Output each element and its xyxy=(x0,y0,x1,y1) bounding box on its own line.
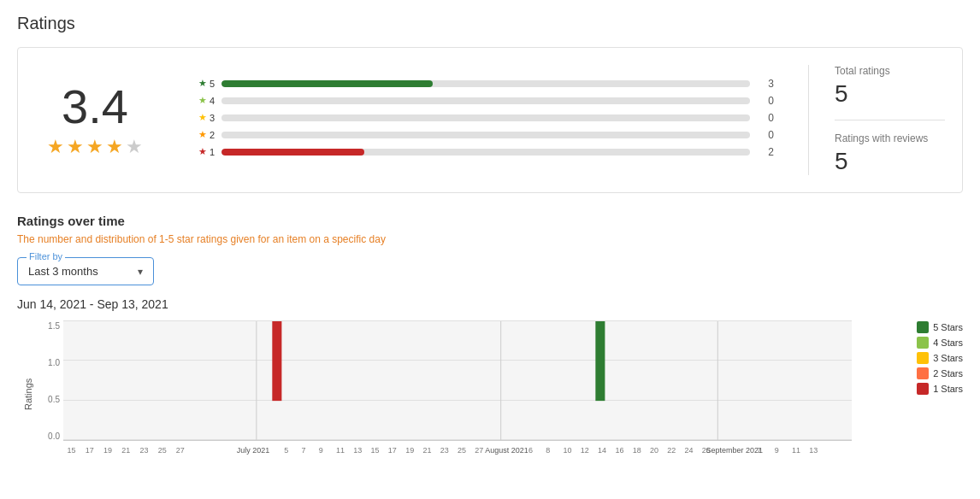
total-ratings-label: Total ratings xyxy=(835,65,945,77)
section-title: Ratings over time xyxy=(17,214,963,228)
legend: 5 Stars 4 Stars 3 Stars 2 Stars 1 Stars xyxy=(917,321,963,395)
svg-text:17: 17 xyxy=(388,446,397,455)
date-range: Jun 14, 2021 - Sep 13, 2021 xyxy=(17,297,963,311)
bar-label-3: ★ 3 xyxy=(189,112,215,123)
star-1: ★ xyxy=(47,136,64,158)
svg-text:13: 13 xyxy=(809,446,818,455)
bar-star-icon: ★ xyxy=(198,129,207,140)
star-2: ★ xyxy=(67,136,84,158)
rating-bars: ★ 5 3 ★ 4 0 ★ 3 0 ★ 2 0 xyxy=(189,78,774,163)
y-tick-10: 1.0 xyxy=(36,358,63,367)
bar-count-2: 0 xyxy=(757,129,774,141)
svg-text:9: 9 xyxy=(775,446,779,455)
bar-star-number: 2 xyxy=(210,130,215,140)
total-ratings-value: 5 xyxy=(835,80,945,108)
svg-text:25: 25 xyxy=(458,446,466,455)
legend-label: 3 Stars xyxy=(933,353,963,363)
svg-text:16: 16 xyxy=(615,446,623,455)
svg-text:5: 5 xyxy=(284,446,288,455)
legend-item-2-stars: 2 Stars xyxy=(917,367,963,379)
star-4: ★ xyxy=(106,136,123,158)
svg-text:September 2021: September 2021 xyxy=(705,446,763,455)
svg-text:21: 21 xyxy=(121,446,130,455)
svg-text:6: 6 xyxy=(528,446,533,455)
star-3: ★ xyxy=(86,136,103,158)
section-subtitle: The number and distribution of 1-5 star … xyxy=(17,233,963,245)
bar-star-number: 4 xyxy=(210,96,215,106)
bar-label-1: ★ 1 xyxy=(189,146,215,157)
svg-rect-3 xyxy=(272,321,281,401)
bar-count-3: 0 xyxy=(757,112,774,124)
legend-dot xyxy=(917,367,929,379)
rating-bar-row-3: ★ 3 0 xyxy=(189,112,774,124)
bar-label-4: ★ 4 xyxy=(189,95,215,106)
rating-bar-row-2: ★ 2 0 xyxy=(189,129,774,141)
ratings-with-reviews-value: 5 xyxy=(835,148,945,175)
svg-text:25: 25 xyxy=(158,446,167,455)
legend-label: 5 Stars xyxy=(933,322,963,332)
bar-track-3 xyxy=(221,114,750,121)
legend-label: 4 Stars xyxy=(933,338,963,348)
bar-track-1 xyxy=(221,149,750,156)
bar-star-number: 1 xyxy=(210,147,215,157)
bar-star-icon: ★ xyxy=(198,112,207,123)
legend-item-5-stars: 5 Stars xyxy=(917,321,963,333)
y-tick-15: 1.5 xyxy=(36,321,63,331)
svg-text:9: 9 xyxy=(319,446,323,455)
rating-bar-row-5: ★ 5 3 xyxy=(189,78,774,90)
average-score-section: 3.4 ★ ★ ★ ★ ★ xyxy=(35,83,155,158)
rating-bar-row-4: ★ 4 0 xyxy=(189,95,774,107)
svg-text:20: 20 xyxy=(650,446,658,455)
x-axis: 15 17 19 21 23 25 27 July 2021 5 7 9 xyxy=(63,441,852,467)
legend-item-1-stars: 1 Stars xyxy=(917,383,963,395)
bar-label-2: ★ 2 xyxy=(189,129,215,140)
star-5: ★ xyxy=(126,136,143,158)
svg-text:23: 23 xyxy=(139,446,148,455)
svg-text:27: 27 xyxy=(475,446,483,455)
legend-item-4-stars: 4 Stars xyxy=(917,337,963,349)
filter-label: Filter by xyxy=(27,251,65,261)
chart-plot xyxy=(63,321,852,441)
svg-text:11: 11 xyxy=(336,446,345,455)
bar-count-5: 3 xyxy=(757,78,774,90)
average-number: 3.4 xyxy=(35,83,155,131)
svg-text:July 2021: July 2021 xyxy=(237,446,270,455)
bar-star-number: 5 xyxy=(210,79,215,89)
ratings-summary-card: 3.4 ★ ★ ★ ★ ★ ★ 5 3 ★ 4 0 ★ xyxy=(17,47,963,193)
y-tick-0: 0.0 xyxy=(36,431,63,441)
legend-dot xyxy=(917,337,929,349)
bar-track-4 xyxy=(221,97,750,104)
svg-text:7: 7 xyxy=(301,446,305,455)
bar-track-5 xyxy=(221,80,750,87)
rating-bar-row-1: ★ 1 2 xyxy=(189,146,774,158)
legend-dot xyxy=(917,352,929,364)
svg-text:21: 21 xyxy=(422,446,431,455)
svg-text:13: 13 xyxy=(353,446,362,455)
x-labels-svg: 15 17 19 21 23 25 27 July 2021 5 7 9 xyxy=(63,441,852,467)
bar-fill-5 xyxy=(221,80,433,87)
svg-text:18: 18 xyxy=(633,446,641,455)
y-tick-05: 0.5 xyxy=(36,395,63,404)
svg-text:7: 7 xyxy=(757,446,761,455)
svg-text:8: 8 xyxy=(546,446,550,455)
star-rating: ★ ★ ★ ★ ★ xyxy=(35,136,155,158)
bar-track-2 xyxy=(221,132,750,138)
totals-section: Total ratings 5 Ratings with reviews 5 xyxy=(808,65,945,175)
svg-text:10: 10 xyxy=(564,446,572,455)
ratings-over-time-section: Ratings over time The number and distrib… xyxy=(17,214,963,467)
page-title: Ratings xyxy=(17,14,963,33)
filter-dropdown[interactable]: Filter by Last 3 months ▾ xyxy=(17,257,154,285)
y-ticks: 0.0 0.5 1.0 1.5 xyxy=(36,321,63,441)
chart-container: Ratings 0.0 0.5 1.0 1.5 xyxy=(17,321,963,467)
bar-count-4: 0 xyxy=(757,95,774,107)
chart-inner: 0.0 0.5 1.0 1.5 xyxy=(36,321,963,467)
page-container: Ratings 3.4 ★ ★ ★ ★ ★ ★ 5 3 ★ 4 xyxy=(0,0,980,480)
bar-star-number: 3 xyxy=(210,113,215,123)
legend-dot xyxy=(917,321,929,333)
svg-text:11: 11 xyxy=(792,446,800,455)
bar-star-icon: ★ xyxy=(198,78,207,89)
svg-text:19: 19 xyxy=(405,446,414,455)
svg-text:15: 15 xyxy=(68,446,76,455)
legend-item-3-stars: 3 Stars xyxy=(917,352,963,364)
svg-text:23: 23 xyxy=(440,446,449,455)
